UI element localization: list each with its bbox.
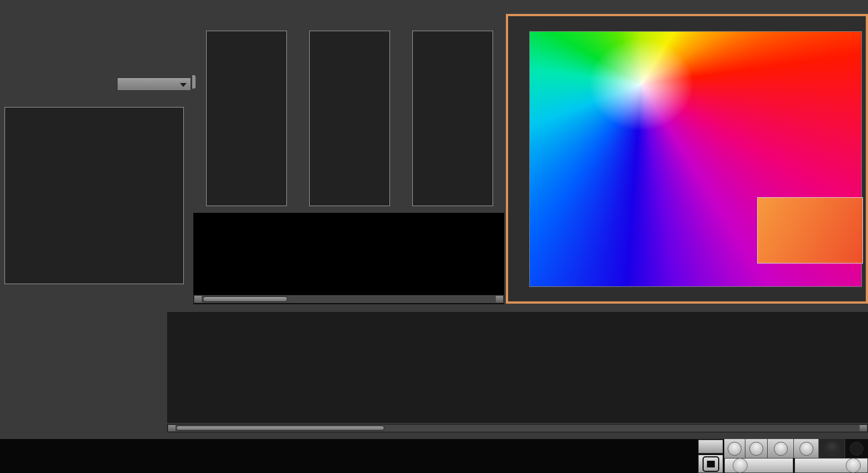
play-button[interactable] xyxy=(745,439,768,458)
actual-target-swatch-panel xyxy=(193,213,504,304)
scroll-left-icon[interactable] xyxy=(168,425,175,431)
scroll-right-icon[interactable] xyxy=(496,296,503,303)
cie-zoom-inset xyxy=(757,197,863,264)
range-icon xyxy=(774,442,788,456)
swatch-scrollbar[interactable] xyxy=(193,295,504,304)
scrollbar-thumb[interactable] xyxy=(176,426,384,431)
refresh-button[interactable] xyxy=(819,439,845,458)
continuous-measure-button[interactable] xyxy=(794,439,819,458)
deltae-chart xyxy=(4,107,184,284)
inactive-button[interactable] xyxy=(845,439,868,458)
panel-splitter-handle[interactable] xyxy=(192,75,196,89)
measurement-transport-controls xyxy=(724,439,868,458)
next-button[interactable] xyxy=(794,458,868,473)
infinity-icon xyxy=(799,442,813,456)
play-icon xyxy=(749,442,763,456)
scroll-left-icon[interactable] xyxy=(194,296,202,303)
back-button[interactable] xyxy=(724,458,793,473)
scroll-up-button[interactable] xyxy=(698,440,723,454)
patch-window-icon xyxy=(703,456,719,472)
blank-icon xyxy=(850,442,864,456)
colorchecker-screen xyxy=(0,0,868,473)
chevron-down-icon xyxy=(180,83,187,87)
stop-icon xyxy=(728,442,742,456)
delta-c-chart xyxy=(309,31,390,206)
deltae-x-axis xyxy=(4,286,188,295)
chevron-right-icon xyxy=(846,458,861,473)
table-scrollbar[interactable] xyxy=(167,424,868,432)
delta-h-chart xyxy=(412,31,493,206)
scrollbar-thumb[interactable] xyxy=(203,296,287,302)
delta-l-chart xyxy=(206,31,287,206)
stop-button[interactable] xyxy=(724,439,745,458)
refresh-icon xyxy=(825,442,839,456)
cie-diagram-panel xyxy=(506,14,868,304)
scroll-right-icon[interactable] xyxy=(860,425,867,431)
patch-window-button[interactable] xyxy=(698,455,723,473)
range-measure-button[interactable] xyxy=(768,439,794,458)
measurement-table xyxy=(167,312,868,423)
chevron-left-icon xyxy=(733,458,748,473)
cie-plot[interactable] xyxy=(529,31,862,287)
de-formula-dropdown[interactable] xyxy=(117,77,191,91)
